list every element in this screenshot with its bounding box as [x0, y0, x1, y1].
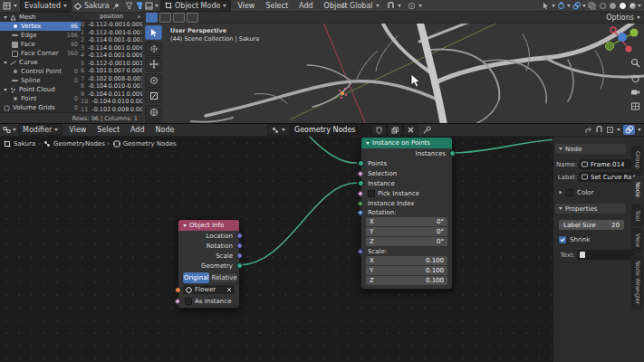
node-header[interactable]: Object Info	[178, 220, 239, 231]
pin-icon[interactable]	[112, 3, 120, 10]
select-mode-set-icon[interactable]	[146, 13, 158, 23]
dataset-edge[interactable]: Edge186	[0, 31, 81, 40]
snap-target-icon[interactable]	[606, 126, 614, 134]
snap-options-chevron-icon[interactable]	[398, 5, 401, 7]
tool-transform[interactable]	[145, 105, 162, 119]
editor-type-chevron-icon[interactable]	[155, 5, 159, 7]
socket-instance[interactable]	[358, 180, 364, 186]
table-row[interactable]: 3-0.1140.0010.009	[81, 44, 142, 52]
dataset-spline[interactable]: Spline0	[0, 76, 81, 85]
dataset-point-cloud[interactable]: Point Cloud	[0, 85, 81, 94]
expand-icon[interactable]	[4, 16, 7, 19]
toggle-perspective-icon[interactable]	[630, 101, 640, 111]
dataset-volume-grids[interactable]: Volume Grids0	[0, 103, 81, 112]
socket-object[interactable]	[175, 287, 181, 293]
table-row[interactable]: 4-0.1140.0010.009	[81, 52, 142, 60]
shading-material-icon[interactable]	[620, 3, 626, 9]
tab-node-wrangler[interactable]: Node Wrangler	[631, 255, 643, 310]
color-checkbox[interactable]	[566, 189, 573, 196]
scale-x-field[interactable]: X0.100	[366, 256, 447, 265]
table-row[interactable]: 8-0.1040.010-0.003	[81, 82, 142, 90]
dataset-point[interactable]: Point0	[0, 94, 81, 103]
fake-user-button[interactable]	[371, 124, 387, 136]
viewport-canvas[interactable]: User Perspective (44) Scene Collection |…	[142, 24, 644, 123]
socket-rotation[interactable]	[236, 243, 243, 249]
column-header-position[interactable]: position	[81, 13, 142, 21]
viewport-editor-icon[interactable]	[145, 2, 153, 10]
table-row[interactable]: 5-0.112-0.0010.003	[81, 60, 142, 68]
chevron-down-icon[interactable]	[552, 5, 555, 7]
tool-rotate[interactable]	[145, 73, 162, 88]
snap-magnet-icon[interactable]	[387, 2, 395, 10]
dataset-mesh[interactable]: Mesh	[0, 13, 81, 22]
pick-instance-checkbox[interactable]	[368, 190, 375, 197]
collapse-icon[interactable]	[366, 142, 370, 145]
socket-instances-out[interactable]	[449, 150, 456, 157]
shading-rendered-icon[interactable]	[630, 3, 636, 9]
node-canvas[interactable]: Sakura › GeometryNodes › Geometry Nodes …	[0, 137, 644, 362]
select-mode-subtract-icon[interactable]	[173, 13, 185, 23]
rotation-y-field[interactable]: Y0°	[366, 227, 447, 236]
scale-z-field[interactable]: Z0.100	[366, 276, 447, 285]
show-gizmo-icon[interactable]	[557, 2, 565, 10]
node-panel-header[interactable]: Node	[555, 144, 626, 154]
chevron-down-icon[interactable]	[617, 129, 620, 131]
node-object-info[interactable]: Object Info Location Rotation Scale Geom…	[178, 219, 240, 309]
tab-node[interactable]: Node	[631, 176, 643, 203]
expand-icon[interactable]	[4, 89, 7, 91]
dataset-vertex[interactable]: Vertex96	[0, 22, 81, 31]
shading-options-chevron-icon[interactable]	[638, 5, 641, 7]
chevron-down-icon[interactable]	[637, 16, 640, 19]
proportional-options-chevron-icon[interactable]	[418, 5, 422, 7]
dataset-curve[interactable]: Curve	[0, 58, 81, 67]
table-row[interactable]: 0-0.112-0.0010.009	[81, 21, 142, 29]
spreadsheet-editor-icon[interactable]	[3, 2, 11, 10]
shrink-checkbox[interactable]	[559, 236, 566, 243]
clear-object-icon[interactable]	[226, 287, 232, 292]
node-header[interactable]: Instance on Points	[361, 138, 452, 148]
menu-add[interactable]: Add	[294, 2, 318, 10]
expand-icon[interactable]	[4, 62, 7, 64]
editor-type-chevron-icon[interactable]	[13, 129, 16, 131]
dataset-control-point[interactable]: Control Point0	[0, 67, 81, 76]
menu-node[interactable]: Node	[151, 126, 179, 134]
original-button[interactable]: Original	[183, 272, 209, 283]
pan-view-icon[interactable]	[630, 72, 640, 82]
menu-view[interactable]: View	[233, 2, 259, 10]
datasource-dropdown[interactable]: Evaluated	[20, 0, 72, 12]
chevron-down-icon[interactable]	[638, 129, 641, 131]
menu-select[interactable]: Select	[92, 126, 124, 134]
as-instance-checkbox[interactable]	[185, 298, 192, 305]
snap-magnet-icon[interactable]	[595, 126, 603, 134]
column-collapse-icon[interactable]	[139, 14, 141, 18]
pin-icon[interactable]	[423, 126, 431, 134]
nodetree-name-field[interactable]: Geometry Nodes	[290, 124, 371, 136]
tool-scale[interactable]	[145, 89, 162, 103]
menu-add[interactable]: Add	[126, 126, 149, 134]
rotation-x-field[interactable]: X0°	[366, 217, 447, 226]
tab-view[interactable]: View	[631, 228, 643, 252]
socket-points[interactable]	[358, 160, 364, 167]
orientation-label[interactable]: Global	[350, 2, 373, 10]
select-mode-intersect-icon[interactable]	[187, 13, 198, 23]
relative-button[interactable]: Relative	[210, 272, 237, 283]
unlink-button[interactable]	[403, 124, 418, 136]
tool-move[interactable]	[145, 57, 162, 71]
new-copy-button[interactable]	[387, 124, 403, 136]
browse-nodetree-button[interactable]	[267, 124, 290, 136]
collapse-icon[interactable]	[183, 224, 187, 227]
node-editor-icon[interactable]	[3, 126, 11, 134]
chevron-down-icon[interactable]	[376, 5, 380, 7]
shading-wireframe-icon[interactable]	[600, 3, 606, 9]
table-row[interactable]: 2-0.1140.001-0.003	[81, 36, 142, 44]
proportional-editing-icon[interactable]	[408, 2, 416, 10]
camera-view-icon[interactable]	[630, 87, 640, 97]
node-name-field[interactable]: Frame.014	[579, 159, 635, 169]
table-row[interactable]: 7-0.1020.008-0.003	[81, 75, 142, 83]
mode-dropdown[interactable]: Object Mode	[160, 0, 231, 12]
menu-select[interactable]: Select	[261, 2, 293, 10]
object-field[interactable]: Flower	[183, 285, 235, 294]
text-field[interactable]	[577, 250, 635, 260]
rotation-z-field[interactable]: Z0°	[366, 237, 447, 246]
chevron-down-icon[interactable]	[567, 5, 571, 7]
